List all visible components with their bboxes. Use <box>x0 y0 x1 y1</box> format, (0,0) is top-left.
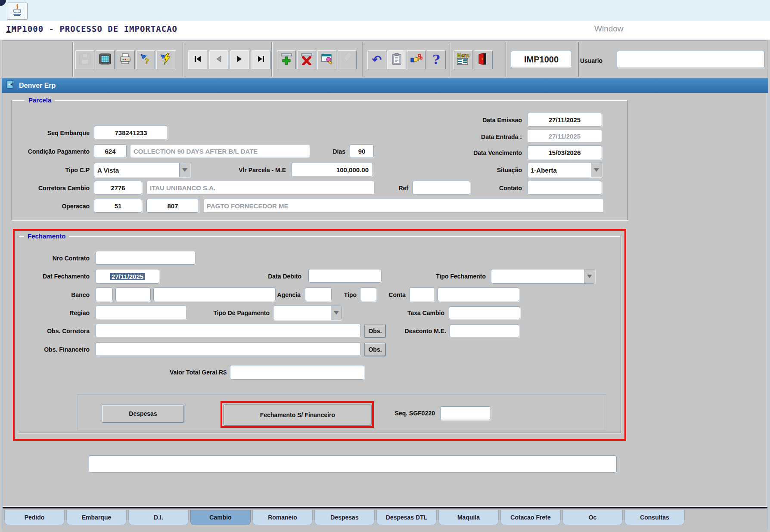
obs-corretora-button[interactable]: Obs. <box>364 324 386 338</box>
usuario-input[interactable] <box>617 51 765 68</box>
regiao-field[interactable] <box>96 306 187 319</box>
taxa-cambio-field[interactable] <box>449 306 520 319</box>
tab-embarque[interactable]: Embarque <box>66 510 127 525</box>
fechamento-sf-button[interactable]: Fechamento S/ Financeiro <box>224 404 372 426</box>
frame-icon <box>6 80 15 91</box>
tab-oc[interactable]: Oc <box>562 510 623 525</box>
svg-text:Menu: Menu <box>457 53 469 59</box>
menu-button[interactable]: Menu <box>453 50 472 69</box>
add-record-button[interactable] <box>277 50 296 69</box>
obs-financeiro-button[interactable]: Obs. <box>364 343 386 356</box>
vlr-parcela-field[interactable]: 100,000.00 <box>291 163 373 176</box>
tab-consultas[interactable]: Consultas <box>624 510 685 525</box>
seq-sgf0220-field[interactable] <box>440 406 491 420</box>
corretora-cambio-label: Corretora Cambio <box>17 183 90 193</box>
banco-code-field[interactable] <box>96 288 113 301</box>
tipo-field[interactable] <box>360 288 376 301</box>
add-icon <box>280 53 292 67</box>
conta-label: Conta <box>384 290 406 300</box>
nav-prev-button[interactable] <box>209 50 228 69</box>
print-button[interactable] <box>116 50 135 69</box>
condicao-pagamento-label: Condição Pagamento <box>8 147 90 156</box>
contato-field[interactable] <box>527 181 602 195</box>
tipo-pagamento-combobox[interactable] <box>273 306 342 320</box>
frame-titlebar: Denver Erp <box>2 78 768 93</box>
conta-number-field[interactable] <box>438 288 519 301</box>
eraser-button[interactable] <box>338 50 357 69</box>
exit-door-icon <box>478 53 489 67</box>
chevron-down-icon[interactable] <box>584 269 595 283</box>
tab-maquila[interactable]: Maquila <box>438 510 499 525</box>
contato-label: Contato <box>487 183 522 193</box>
nav-first-icon <box>193 55 202 65</box>
screen-button[interactable] <box>96 50 115 69</box>
banco-name-field[interactable] <box>153 288 276 301</box>
paste-button[interactable] <box>387 50 406 69</box>
tipo-pagamento-value <box>273 306 331 320</box>
save-button[interactable] <box>75 50 94 69</box>
tipo-cp-label: Tipo C.P <box>42 165 90 175</box>
seq-embarque-field[interactable]: 738241233 <box>94 126 168 139</box>
tipo-fechamento-combobox[interactable] <box>491 269 595 284</box>
regiao-label: Regiao <box>61 308 90 318</box>
dias-field[interactable]: 90 <box>350 144 374 158</box>
data-debito-field[interactable] <box>308 269 382 283</box>
obs-financeiro-field[interactable] <box>96 342 361 356</box>
tab-cotacao-frete[interactable]: Cotacao Frete <box>500 510 561 525</box>
operacao-code2-field[interactable]: 807 <box>146 199 199 213</box>
corretora-code-field[interactable]: 2776 <box>94 181 142 195</box>
situacao-combobox[interactable]: 1-Aberta <box>527 163 602 177</box>
nav-next-button[interactable] <box>230 50 249 69</box>
toolbar-separator <box>271 42 272 77</box>
bottom-tabstrip: Pedido Embarque D.I. Cambio Romaneio Des… <box>3 507 767 532</box>
nav-first-button[interactable] <box>188 50 207 69</box>
tab-pedido[interactable]: Pedido <box>4 510 65 525</box>
nav-last-button[interactable] <box>251 50 270 69</box>
agencia-field[interactable] <box>305 288 332 301</box>
desconto-me-field[interactable] <box>450 325 519 337</box>
condicao-pagamento-code-field[interactable]: 624 <box>94 144 127 158</box>
tab-romaneio[interactable]: Romaneio <box>252 510 313 525</box>
data-emissao-field[interactable]: 27/11/2025 <box>527 113 602 127</box>
situacao-value: 1-Aberta <box>528 163 591 177</box>
fechamento-legend: Fechamento <box>24 232 69 240</box>
situacao-label: Situação <box>468 165 522 175</box>
conta-code-field[interactable] <box>409 288 435 301</box>
edit-record-button[interactable] <box>317 50 336 69</box>
tab-despesas-dtl[interactable]: Despesas DTL <box>376 510 437 525</box>
valor-total-field[interactable] <box>230 365 364 380</box>
execute-button[interactable] <box>156 50 175 69</box>
query-button[interactable]: ? <box>136 50 155 69</box>
operacao-code1-field[interactable]: 51 <box>94 199 142 213</box>
exit-button[interactable] <box>474 50 493 69</box>
tab-despesas[interactable]: Despesas <box>314 510 375 525</box>
ref-field[interactable] <box>413 181 470 195</box>
banco-branch-field[interactable] <box>115 288 151 301</box>
data-vencimento-field[interactable]: 15/03/2026 <box>527 145 602 159</box>
chevron-down-icon[interactable] <box>591 163 602 177</box>
commit-button[interactable] <box>407 50 426 69</box>
java-icon <box>12 4 23 19</box>
help-button[interactable]: ? <box>427 50 446 69</box>
execute-lightning-icon <box>160 53 172 67</box>
footer-message-field[interactable] <box>89 455 617 473</box>
java-app-button[interactable] <box>7 3 28 20</box>
delete-icon <box>301 53 313 67</box>
delete-record-button[interactable] <box>297 50 316 69</box>
vlr-parcela-label: Vlr Parcela - M.E <box>219 165 286 175</box>
nro-contrato-field[interactable] <box>96 251 196 265</box>
chevron-down-icon[interactable] <box>179 163 190 177</box>
data-vencimento-label: Data Vencimento <box>431 148 522 158</box>
despesas-button[interactable]: Despesas <box>102 405 184 423</box>
undo-button[interactable]: ↶ <box>367 50 386 69</box>
save-icon <box>79 53 90 66</box>
tipo-cp-combobox[interactable]: A Vista <box>94 163 190 177</box>
menu-item-window[interactable]: Window <box>594 24 624 34</box>
chevron-down-icon[interactable] <box>331 306 342 320</box>
tab-cambio[interactable]: Cambio <box>190 510 251 525</box>
dat-fechamento-field[interactable]: 27/11/2025 <box>96 269 159 284</box>
tab-di[interactable]: D.I. <box>128 510 189 525</box>
eraser-icon <box>341 53 353 67</box>
operacao-label: Operacao <box>41 201 90 211</box>
obs-corretora-field[interactable] <box>96 324 361 337</box>
